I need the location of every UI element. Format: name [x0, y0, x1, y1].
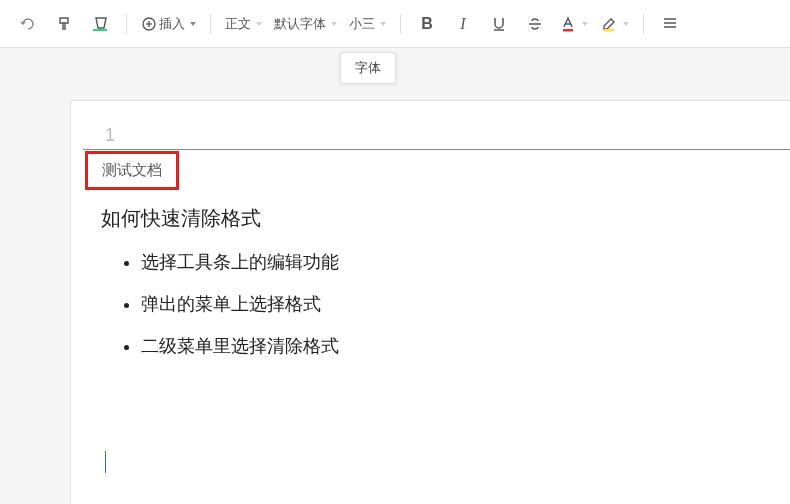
text-cursor: [105, 451, 106, 473]
chevron-down-icon: [582, 22, 588, 26]
tooltip-text: 字体: [355, 60, 381, 75]
style-label: 正文: [225, 15, 251, 33]
redo-button[interactable]: [10, 8, 46, 40]
align-button[interactable]: [652, 8, 688, 40]
bold-glyph: B: [421, 15, 433, 33]
page-divider: [83, 149, 790, 150]
document-heading: 如何快速清除格式: [101, 205, 750, 232]
bold-button[interactable]: B: [409, 8, 445, 40]
highlight-color-button[interactable]: [594, 8, 635, 40]
strikethrough-button[interactable]: [517, 8, 553, 40]
clear-format-button[interactable]: [82, 8, 118, 40]
italic-button[interactable]: I: [445, 8, 481, 40]
insert-label: 插入: [159, 15, 185, 33]
document-title: 测试文档: [102, 161, 162, 178]
insert-dropdown[interactable]: 插入: [135, 8, 202, 40]
paragraph-style-dropdown[interactable]: 正文: [219, 8, 268, 40]
chevron-down-icon: [256, 22, 262, 26]
document-title-highlight: 测试文档: [85, 151, 179, 190]
highlighter-icon: [600, 15, 618, 33]
plus-circle-icon: [141, 16, 157, 32]
format-painter-button[interactable]: [46, 8, 82, 40]
document-page[interactable]: 1 测试文档 如何快速清除格式 选择工具条上的编辑功能 弹出的菜单上选择格式 二…: [70, 100, 790, 504]
svg-rect-7: [604, 29, 614, 32]
toolbar-separator: [400, 14, 401, 34]
font-size-dropdown[interactable]: 小三: [343, 8, 392, 40]
size-label: 小三: [349, 15, 375, 33]
toolbar-separator: [126, 14, 127, 34]
bullet-list: 选择工具条上的编辑功能 弹出的菜单上选择格式 二级菜单里选择清除格式: [101, 250, 750, 358]
underline-button[interactable]: [481, 8, 517, 40]
font-family-dropdown[interactable]: 默认字体: [268, 8, 343, 40]
chevron-down-icon: [623, 22, 629, 26]
font-color-button[interactable]: [553, 8, 594, 40]
italic-glyph: I: [460, 15, 465, 33]
chevron-down-icon: [380, 22, 386, 26]
toolbar-separator: [210, 14, 211, 34]
chevron-down-icon: [331, 22, 337, 26]
tooltip: 字体: [340, 52, 396, 84]
list-item: 二级菜单里选择清除格式: [141, 334, 750, 358]
font-color-icon: [559, 15, 577, 33]
list-item: 选择工具条上的编辑功能: [141, 250, 750, 274]
svg-rect-6: [563, 29, 573, 32]
toolbar: 插入 正文 默认字体 小三 B I: [0, 0, 790, 48]
chevron-down-icon: [190, 22, 196, 26]
font-label: 默认字体: [274, 15, 326, 33]
document-body[interactable]: 如何快速清除格式 选择工具条上的编辑功能 弹出的菜单上选择格式 二级菜单里选择清…: [101, 205, 750, 376]
page-number: 1: [105, 125, 115, 146]
toolbar-separator: [643, 14, 644, 34]
list-item: 弹出的菜单上选择格式: [141, 292, 750, 316]
